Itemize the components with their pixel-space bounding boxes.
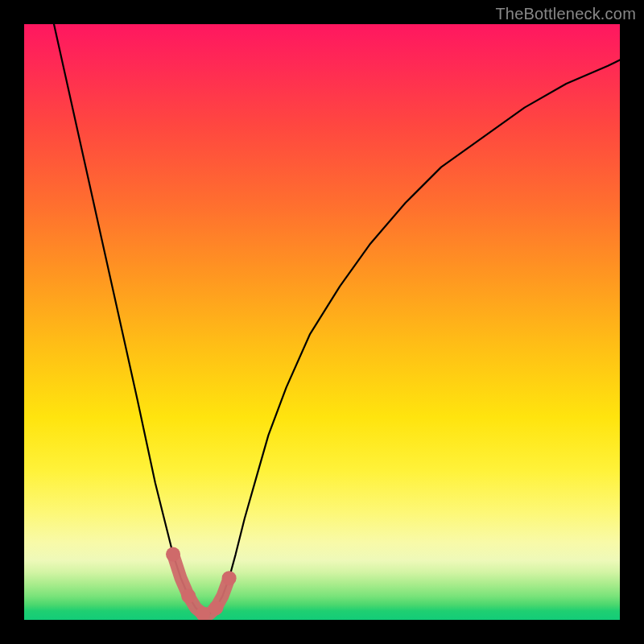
highlight-dot [222, 571, 237, 585]
chart-frame: TheBottleneck.com [0, 0, 644, 644]
highlight-dot [166, 547, 180, 562]
highlight-dot [181, 588, 196, 603]
curve-layer [24, 24, 620, 620]
plot-area [24, 24, 620, 620]
watermark-text: TheBottleneck.com [495, 5, 636, 23]
bottleneck-curve [54, 24, 620, 614]
highlight-dot [208, 601, 223, 615]
